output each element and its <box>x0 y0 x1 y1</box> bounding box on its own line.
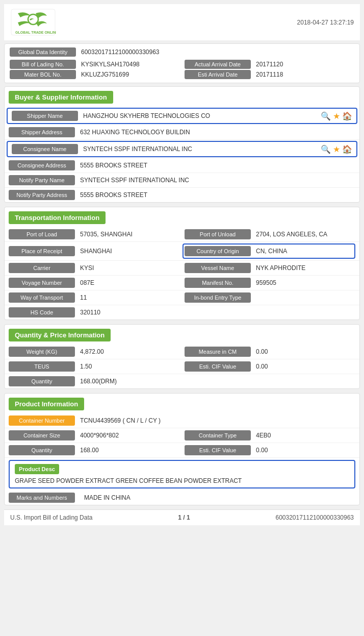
teus-pair: TEUS 1.50 <box>9 361 179 372</box>
search-icon[interactable]: 🔍 <box>321 111 331 121</box>
container-number-label: Container Number <box>9 415 75 426</box>
home-icon-2[interactable]: 🏠 <box>342 144 352 154</box>
buyer-supplier-header: Buyer & Supplier Information <box>9 91 113 104</box>
container-type-label: Container Type <box>185 430 251 441</box>
home-icon[interactable]: 🏠 <box>342 111 352 121</box>
consignee-address-row: Consignee Address 5555 BROOKS STREET <box>5 158 359 173</box>
way-inbond-row: Way of Transport 11 In-bond Entry Type <box>5 290 359 305</box>
shipper-name-icons: 🔍 ★ 🏠 <box>321 111 352 121</box>
actual-arrival-value: 20171120 <box>251 59 288 69</box>
container-size-value: 4000*906*802 <box>75 430 179 441</box>
consignee-address-value: 5555 BROOKS STREET <box>75 160 355 171</box>
port-of-load-pair: Port of Load 57035, SHANGHAI <box>9 229 179 240</box>
weight-label: Weight (KG) <box>9 347 75 357</box>
place-country-row: Place of Receipt SHANGHAI Country of Ori… <box>5 242 359 261</box>
voyage-number-pair: Voyage Number 087E <box>9 277 179 288</box>
logo-area: GLOBAL TRADE ONLINE LIMITED <box>10 8 56 36</box>
port-of-unload-value: 2704, LOS ANGELES, CA <box>251 229 355 240</box>
identity-bar: Global Data Identity 6003201711210000033… <box>4 43 360 83</box>
country-of-origin-pair: Country of Origin CN, CHINA <box>183 243 355 259</box>
port-of-load-label: Port of Load <box>9 229 75 239</box>
way-of-transport-label: Way of Transport <box>9 292 75 303</box>
product-esti-cif-label: Esti. CIF Value <box>185 445 251 455</box>
mater-bol-label: Mater BOL No. <box>10 70 76 79</box>
quantity-value: 168.00(DRM) <box>75 376 355 387</box>
place-of-receipt-pair: Place of Receipt SHANGHAI <box>9 243 177 259</box>
manifest-no-value: 959505 <box>251 277 355 288</box>
global-data-row: Global Data Identity 6003201711210000033… <box>10 47 354 57</box>
actual-arrival-pair: Actual Arrival Date 20171120 <box>185 59 354 69</box>
product-quantity-cif-row: Quantity 168.00 Esti. CIF Value 0.00 <box>5 443 359 458</box>
notify-party-address-row: Notify Party Address 5555 BROOKS STREET <box>5 188 359 202</box>
product-esti-cif-value: 0.00 <box>251 445 355 456</box>
footer-right: 60032017112100000330963 <box>276 514 354 521</box>
container-size-label: Container Size <box>9 430 75 441</box>
mater-bol-value: KKLUZJG751699 <box>76 69 134 80</box>
transportation-section: Transportation Information Port of Load … <box>4 207 360 320</box>
product-desc-box: Product Desc GRAPE SEED POWDER EXTRACT G… <box>9 460 355 488</box>
buyer-supplier-section: Buyer & Supplier Information Shipper Nam… <box>4 86 360 203</box>
hs-code-row: HS Code 320110 <box>5 305 359 320</box>
inbond-entry-value <box>251 296 355 300</box>
measure-in-cm-label: Measure in CM <box>185 347 251 357</box>
shipper-address-label: Shipper Address <box>9 127 75 137</box>
voyage-manifest-row: Voyage Number 087E Manifest No. 959505 <box>5 276 359 290</box>
consignee-name-label: Consignee Name <box>12 144 78 154</box>
mater-esti-row: Mater BOL No. KKLUZJG751699 Esti Arrival… <box>10 69 354 80</box>
measure-in-cm-value: 0.00 <box>251 346 355 357</box>
shipper-name-value: HANGZHOU SKYHERB TECHNOLOGIES CO <box>78 110 318 121</box>
product-esti-cif-pair: Esti. CIF Value 0.00 <box>185 445 355 456</box>
manifest-no-label: Manifest No. <box>185 278 251 288</box>
vessel-name-pair: Vessel Name NYK APHRODITE <box>185 262 355 274</box>
quantity-label: Quantity <box>9 376 75 386</box>
manifest-no-pair: Manifest No. 959505 <box>185 277 355 288</box>
transportation-header: Transportation Information <box>9 211 106 224</box>
star-icon[interactable]: ★ <box>333 111 340 121</box>
consignee-name-row: Consignee Name SYNTECH SSPF INTERNATIONA… <box>7 141 357 157</box>
header: GLOBAL TRADE ONLINE LIMITED 2018-04-27 1… <box>4 4 360 40</box>
shipper-address-row: Shipper Address 632 HUAXING TECHNOLOGY B… <box>5 125 359 140</box>
global-data-label: Global Data Identity <box>10 47 76 57</box>
notify-party-name-label: Notify Party Name <box>9 175 75 185</box>
footer-left: U.S. Import Bill of Lading Data <box>10 514 92 521</box>
carrier-value: KYSI <box>75 262 179 274</box>
quantity-price-section: Quantity & Price Information Weight (KG)… <box>4 324 360 389</box>
teus-value: 1.50 <box>75 361 179 372</box>
quantity-row: Quantity 168.00(DRM) <box>5 374 359 388</box>
teus-cif-row: TEUS 1.50 Esti. CIF Value 0.00 <box>5 359 359 374</box>
teus-label: TEUS <box>9 361 75 372</box>
place-of-receipt-value: SHANGHAI <box>75 246 177 257</box>
esti-cif-pair: Esti. CIF Value 0.00 <box>185 361 355 372</box>
port-of-unload-pair: Port of Unload 2704, LOS ANGELES, CA <box>185 229 355 240</box>
voyage-number-value: 087E <box>75 277 179 288</box>
product-info-section: Product Information Container Number TCN… <box>4 393 360 505</box>
svg-text:GLOBAL TRADE ONLINE LIMITED: GLOBAL TRADE ONLINE LIMITED <box>15 31 56 34</box>
esti-arrival-pair: Esti Arrival Date 20171118 <box>185 69 354 80</box>
consignee-name-icons: 🔍 ★ 🏠 <box>321 144 352 154</box>
country-of-origin-value: CN, CHINA <box>251 246 353 257</box>
vessel-name-label: Vessel Name <box>185 263 251 273</box>
product-quantity-label: Quantity <box>9 445 75 455</box>
search-icon-2[interactable]: 🔍 <box>321 144 331 154</box>
consignee-address-label: Consignee Address <box>9 160 75 170</box>
shipper-name-label: Shipper Name <box>12 111 78 121</box>
product-desc-value: GRAPE SEED POWDER EXTRACT GREEN COFFEE B… <box>15 477 349 484</box>
weight-value: 4,872.00 <box>75 346 179 357</box>
esti-cif-label: Esti. CIF Value <box>185 361 251 372</box>
way-of-transport-pair: Way of Transport 11 <box>9 292 179 303</box>
port-row: Port of Load 57035, SHANGHAI Port of Unl… <box>5 227 359 242</box>
esti-cif-value: 0.00 <box>251 361 355 372</box>
footer: U.S. Import Bill of Lading Data 1 / 1 60… <box>4 509 360 525</box>
consignee-name-value: SYNTECH SSPF INTERNATIONAL INC <box>78 143 318 155</box>
container-size-type-row: Container Size 4000*906*802 Container Ty… <box>5 428 359 443</box>
global-data-value: 60032017112100000330963 <box>76 47 165 57</box>
measure-in-cm-pair: Measure in CM 0.00 <box>185 346 355 357</box>
bill-arrival-row: Bill of Lading No. KYSIKYLSAH170498 Actu… <box>10 59 354 69</box>
vessel-name-value: NYK APHRODITE <box>251 262 355 274</box>
product-quantity-value: 168.00 <box>75 445 179 456</box>
bill-of-lading-label: Bill of Lading No. <box>10 60 76 69</box>
way-of-transport-value: 11 <box>75 292 179 303</box>
star-icon-2[interactable]: ★ <box>333 144 340 154</box>
shipper-address-value: 632 HUAXING TECHNOLOGY BUILDIN <box>75 127 355 138</box>
hs-code-label: HS Code <box>9 307 75 317</box>
